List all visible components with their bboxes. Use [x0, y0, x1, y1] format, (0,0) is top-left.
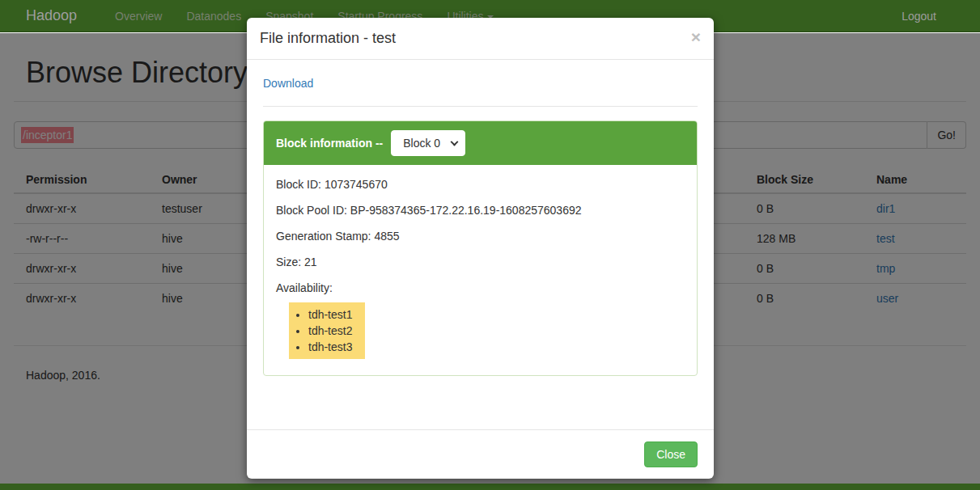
modal-header: File information - test × — [247, 18, 714, 60]
nav-item-overview[interactable]: Overview — [103, 10, 174, 23]
availability-host: tdh-test3 — [308, 339, 352, 355]
block-information-panel: Block information -- Block 0 Block ID: 1… — [263, 120, 698, 376]
availability-highlight: tdh-test1tdh-test2tdh-test3 — [289, 302, 365, 359]
block-field-block-pool-id: Block Pool ID: BP-958374365-172.22.16.19… — [276, 204, 685, 217]
block-panel-body: Block ID: 1073745670Block Pool ID: BP-95… — [264, 165, 697, 375]
block-panel-heading-label: Block information -- — [276, 137, 383, 150]
bottom-navbar-strip — [0, 484, 980, 490]
availability-label: Availability: — [276, 281, 685, 294]
availability-host: tdh-test1 — [308, 306, 352, 323]
availability-host: tdh-test2 — [308, 323, 352, 339]
download-link[interactable]: Download — [263, 77, 313, 90]
modal-footer: Close — [247, 429, 714, 479]
logout-link[interactable]: Logout — [902, 10, 936, 23]
block-select-wrap: Block 0 — [391, 130, 465, 156]
download-divider — [263, 106, 698, 107]
modal-body: Download Block information -- Block 0 Bl… — [247, 60, 714, 429]
availability-list: tdh-test1tdh-test2tdh-test3 — [289, 306, 352, 355]
modal-title: File information - test — [260, 30, 691, 47]
block-field-size: Size: 21 — [276, 256, 685, 268]
brand-hadoop[interactable]: Hadoop — [26, 7, 77, 24]
block-field-generation-stamp: Generation Stamp: 4855 — [276, 230, 685, 243]
file-information-modal: File information - test × Download Block… — [247, 18, 714, 479]
block-select[interactable]: Block 0 — [391, 130, 465, 156]
block-field-block-id: Block ID: 1073745670 — [276, 178, 685, 191]
nav-item-datanodes[interactable]: Datanodes — [174, 10, 253, 23]
block-panel-heading: Block information -- Block 0 — [264, 121, 697, 165]
close-icon[interactable]: × — [691, 30, 701, 44]
close-button[interactable]: Close — [644, 441, 698, 467]
